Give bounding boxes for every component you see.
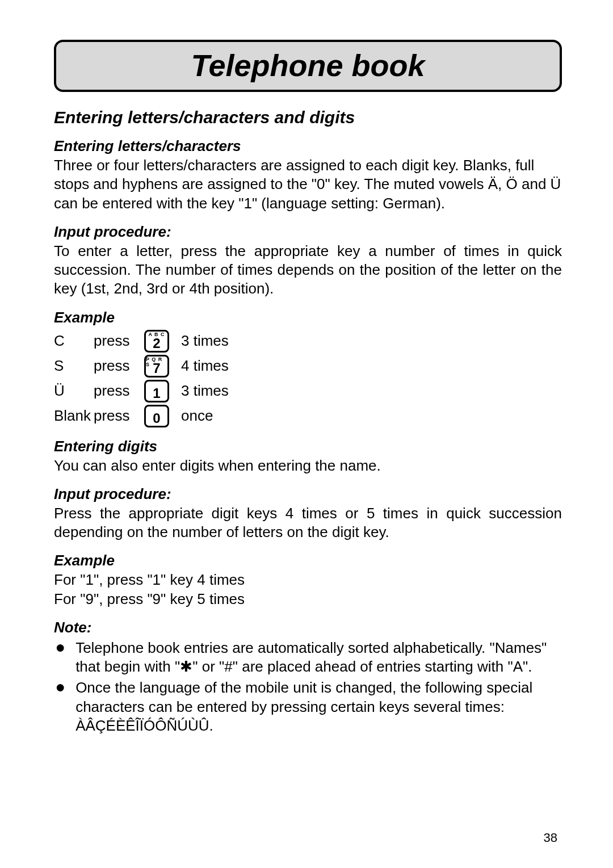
key-icon: P Q R S 7 (144, 355, 169, 378)
example-action: press (94, 332, 140, 350)
example-times: 4 times (181, 357, 229, 375)
example-action: press (94, 357, 140, 375)
bullet-icon: ● (55, 639, 65, 677)
table-row: Blank press 0 once (54, 405, 562, 427)
example-times: 3 times (181, 382, 229, 400)
list-item: ● Telephone book entries are automatical… (54, 639, 562, 677)
subheading-input-procedure-2: Input procedure: (54, 485, 562, 503)
subheading-input-procedure-1: Input procedure: (54, 223, 562, 241)
example-1-table: C press A B C 2 3 times S press P Q R S … (54, 330, 562, 427)
key-icon: A B C 2 (144, 330, 169, 353)
subheading-note: Note: (54, 619, 562, 636)
example-2-line-2: For "9", press "9" key 5 times (54, 590, 562, 609)
page-title: Telephone book (56, 48, 560, 83)
key-digit: 1 (153, 387, 160, 400)
example-char: Blank (54, 407, 94, 425)
subheading-entering-letters: Entering letters/characters (54, 137, 562, 155)
example-2-line-1: For "1", press "1" key 4 times (54, 571, 562, 589)
paragraph-input-procedure-1: To enter a letter, press the appropriate… (54, 242, 562, 299)
key-digit: 7 (153, 362, 160, 375)
example-char: Ü (54, 382, 94, 400)
table-row: Ü press 1 3 times (54, 380, 562, 402)
section-heading: Entering letters/characters and digits (54, 108, 562, 127)
table-row: C press A B C 2 3 times (54, 330, 562, 353)
subheading-example-2: Example (54, 552, 562, 569)
page-title-box: Telephone book (54, 40, 562, 92)
key-icon: 0 (144, 405, 169, 427)
subheading-entering-digits: Entering digits (54, 438, 562, 455)
paragraph-entering-letters: Three or four letters/characters are ass… (54, 156, 562, 213)
note-text: Once the language of the mobile unit is … (75, 678, 562, 735)
example-char: S (54, 357, 94, 375)
note-text: Telephone book entries are automatically… (75, 639, 562, 677)
notes-list: ● Telephone book entries are automatical… (54, 639, 562, 735)
example-char: C (54, 332, 94, 350)
manual-page: Telephone book Entering letters/characte… (0, 0, 613, 868)
subheading-example-1: Example (54, 309, 562, 326)
key-digit: 0 (153, 412, 160, 425)
example-action: press (94, 407, 140, 425)
table-row: S press P Q R S 7 4 times (54, 355, 562, 378)
list-item: ● Once the language of the mobile unit i… (54, 678, 562, 735)
key-digit: 2 (153, 337, 160, 350)
page-number: 38 (544, 831, 557, 845)
paragraph-entering-digits: You can also enter digits when entering … (54, 456, 562, 475)
paragraph-input-procedure-2: Press the appropriate digit keys 4 times… (54, 504, 562, 542)
bullet-icon: ● (55, 678, 65, 735)
example-action: press (94, 382, 140, 400)
key-icon: 1 (144, 380, 169, 402)
example-times: 3 times (181, 332, 229, 350)
example-times: once (181, 407, 213, 425)
